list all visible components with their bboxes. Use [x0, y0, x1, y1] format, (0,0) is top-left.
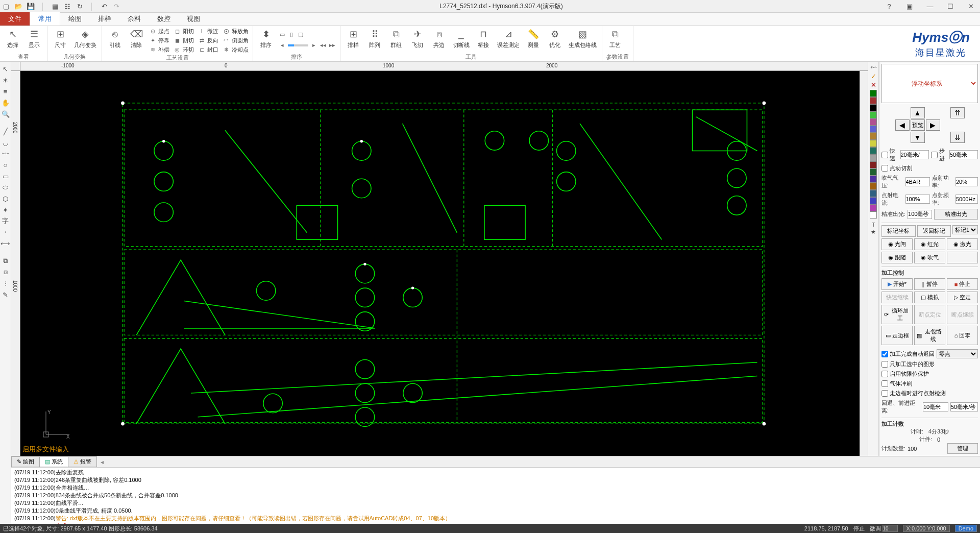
z-down-button[interactable]: ⇊ — [950, 132, 965, 143]
color-swatch[interactable] — [870, 104, 877, 111]
color-swatch[interactable] — [870, 147, 877, 154]
precise-emit-button[interactable]: 精准出光 — [934, 209, 978, 220]
pause-button[interactable]: ‖暂停 — [914, 278, 945, 290]
coedge-button[interactable]: ⧈共边 — [430, 27, 448, 50]
manage-button[interactable]: 管理 — [947, 443, 978, 454]
tool-ellipse-icon[interactable]: ⬭ — [2, 183, 10, 191]
craft-button[interactable]: ⧉工艺 — [606, 27, 624, 50]
comp-button[interactable]: ≋补偿 — [149, 45, 169, 54]
tool-text-icon[interactable]: 字 — [2, 217, 10, 225]
color-swatch[interactable] — [870, 204, 877, 211]
gas-flush-check[interactable]: 气体冲刷 — [881, 380, 978, 387]
color-swatch[interactable] — [870, 90, 877, 97]
mark-select[interactable]: 标记1 — [952, 225, 978, 234]
dotpower-input[interactable] — [955, 177, 978, 186]
dry-button[interactable]: ▷空走 — [947, 292, 978, 303]
nest-button[interactable]: ⊞排样 — [345, 27, 362, 50]
undo-icon[interactable]: ↶ — [100, 2, 108, 10]
laser-button[interactable]: ◉激光 — [947, 238, 978, 250]
yin-button[interactable]: ◼阴切 — [174, 36, 194, 45]
fast-check[interactable]: 快速 — [881, 147, 898, 162]
bridge-button[interactable]: ⊓桥接 — [475, 27, 492, 50]
blow-button[interactable]: ◉吹气 — [914, 252, 945, 263]
scrollbar-vertical[interactable] — [860, 71, 868, 456]
jog-right-button[interactable]: ▶ — [926, 119, 940, 131]
color-swatch[interactable] — [870, 111, 877, 118]
fastcont-button[interactable]: 快速继续 — [881, 292, 913, 303]
step-input[interactable] — [949, 150, 978, 159]
tool-zoom-icon[interactable]: 🔍 — [2, 110, 10, 118]
return-point-select[interactable]: 零点 — [937, 349, 978, 358]
dotfreq-input[interactable] — [955, 195, 978, 204]
maximize-icon[interactable]: ☐ — [943, 1, 958, 11]
reverse-button[interactable]: ⇄反向 — [198, 36, 218, 45]
tool-group-icon[interactable]: ⧉ — [2, 257, 10, 265]
preview-button[interactable]: 预览 — [911, 119, 925, 131]
jog-left-button[interactable]: ◀ — [895, 119, 910, 131]
measure-button[interactable]: ⊿误差测定 — [496, 27, 521, 50]
jog-up-button[interactable]: ▲ — [911, 107, 925, 118]
blow-input[interactable] — [905, 177, 930, 186]
shutter-button[interactable]: ◉光闸 — [881, 238, 913, 250]
meas2-button[interactable]: 📏测量 — [525, 27, 542, 50]
tab-common[interactable]: 常用 — [30, 12, 60, 26]
home-button[interactable]: ⌂回零 — [947, 326, 978, 345]
close-icon[interactable]: ✕ — [964, 1, 978, 11]
tool-dim-icon[interactable]: ⟷ — [2, 239, 10, 248]
color-swatch[interactable] — [870, 176, 877, 183]
follow-button[interactable]: ◉跟随 — [881, 252, 913, 263]
color-swatch[interactable] — [870, 140, 877, 147]
group-button[interactable]: ⧉群组 — [387, 27, 405, 50]
log-scroll-left-icon[interactable]: ◂ — [101, 458, 104, 466]
redo-icon[interactable]: ↷ — [112, 2, 120, 10]
color-swatch[interactable] — [870, 183, 877, 190]
seal-button[interactable]: ⊏封口 — [198, 45, 218, 54]
size-button[interactable]: ⊞尺寸 — [52, 27, 69, 50]
btab-alarm[interactable]: ⚠报警 — [68, 456, 97, 467]
tool-polygon-icon[interactable]: ⬡ — [2, 195, 10, 203]
array-button[interactable]: ⠿阵列 — [366, 27, 383, 50]
color-swatch[interactable] — [870, 211, 877, 219]
stop-button[interactable]: ■停止 — [947, 278, 978, 290]
save-icon[interactable]: 💾 — [27, 2, 35, 10]
contour-button[interactable]: ▧生成包络线 — [568, 27, 598, 50]
tab-draw[interactable]: 绘图 — [60, 12, 90, 26]
ring-button[interactable]: ◎环切 — [174, 45, 194, 54]
fly-button[interactable]: ✈飞切 — [409, 27, 426, 50]
retreat-spd-input[interactable] — [950, 402, 978, 411]
color-swatch[interactable] — [870, 133, 877, 140]
dotcut-check[interactable]: 点动切割 — [881, 164, 912, 172]
log-area[interactable]: (07/19 11:12:00)去除重复残(07/19 11:12:00)246… — [11, 468, 980, 524]
cool-button[interactable]: ❄冷却点 — [223, 45, 249, 54]
tool-polyline-icon[interactable]: 〰 — [2, 150, 10, 158]
tool-star-icon[interactable]: ✦ — [2, 206, 10, 214]
color-swatch[interactable] — [870, 161, 877, 168]
step-check[interactable]: 步进 — [931, 147, 948, 162]
stop-button[interactable]: ✦停靠 — [149, 36, 169, 45]
tool-circle-icon[interactable]: ○ — [2, 161, 10, 169]
loop-button[interactable]: ⟳循环加工 — [881, 305, 913, 324]
color-swatch[interactable] — [870, 197, 877, 204]
new-icon[interactable]: ▢ — [2, 2, 10, 10]
fine-adjust-input[interactable] — [883, 525, 898, 532]
mark-coord-button[interactable]: 标记坐标 — [881, 225, 916, 237]
sort-button[interactable]: ⬍排序 — [257, 27, 275, 50]
tool-line-icon[interactable]: ╱ — [2, 127, 10, 135]
minimize-icon[interactable]: — — [923, 1, 937, 11]
tab-nc[interactable]: 数控 — [149, 12, 179, 26]
start-button[interactable]: ▶开始* — [881, 278, 913, 290]
tool-extra-icon[interactable]: ✎ — [2, 290, 10, 299]
z-up-button[interactable]: ⇈ — [950, 107, 965, 118]
frame-button[interactable]: ▭走边框 — [881, 326, 913, 345]
cutbreak-button[interactable]: ⎯切断线 — [452, 27, 471, 50]
tool-rect-icon[interactable]: ▭ — [2, 172, 10, 180]
redlight-button[interactable]: ◉红光 — [914, 238, 945, 250]
color-swatch[interactable] — [870, 126, 877, 133]
select-button[interactable]: ↖选择 — [4, 27, 21, 50]
micro-button[interactable]: ⁞微连 — [198, 27, 218, 36]
soft-limit-check[interactable]: 启用软限位保护 — [881, 370, 978, 378]
tab-nest[interactable]: 排样 — [90, 12, 119, 26]
tool-ungroup-icon[interactable]: ⧈ — [2, 268, 10, 276]
precise-input[interactable] — [908, 210, 932, 219]
geom-button[interactable]: ◈几何变换 — [73, 27, 97, 50]
